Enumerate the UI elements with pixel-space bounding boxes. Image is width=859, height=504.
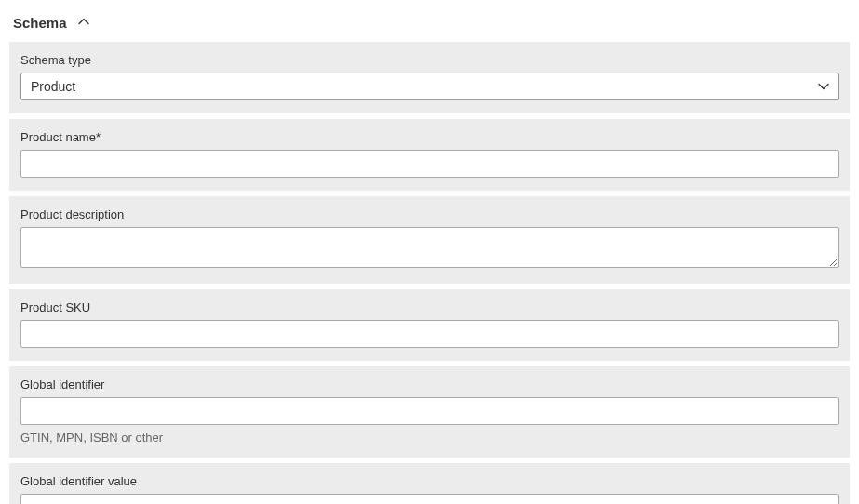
product-name-label: Product name* [20, 130, 839, 144]
field-product-name: Product name* [9, 119, 850, 191]
schema-type-label: Schema type [20, 53, 839, 67]
product-sku-label: Product SKU [20, 300, 839, 314]
product-description-textarea[interactable] [20, 227, 839, 268]
product-description-label: Product description [20, 207, 839, 221]
global-identifier-input[interactable] [20, 397, 839, 425]
global-identifier-value-input[interactable] [20, 494, 839, 504]
field-product-sku: Product SKU [9, 289, 850, 361]
product-sku-input[interactable] [20, 320, 839, 348]
schema-section-header[interactable]: Schema [0, 0, 859, 42]
global-identifier-value-label: Global identifier value [20, 474, 839, 488]
field-schema-type: Schema type Product [9, 42, 850, 113]
field-global-identifier: Global identifier GTIN, MPN, ISBN or oth… [9, 366, 850, 458]
section-title: Schema [13, 15, 67, 31]
product-name-input[interactable] [20, 150, 839, 178]
global-identifier-help: GTIN, MPN, ISBN or other [20, 431, 839, 444]
field-global-identifier-value: Global identifier value [9, 463, 850, 504]
field-product-description: Product description [9, 196, 850, 284]
schema-type-select-wrap: Product [20, 73, 839, 100]
schema-type-select[interactable]: Product [20, 73, 839, 100]
chevron-up-icon [78, 18, 89, 29]
global-identifier-label: Global identifier [20, 378, 839, 391]
